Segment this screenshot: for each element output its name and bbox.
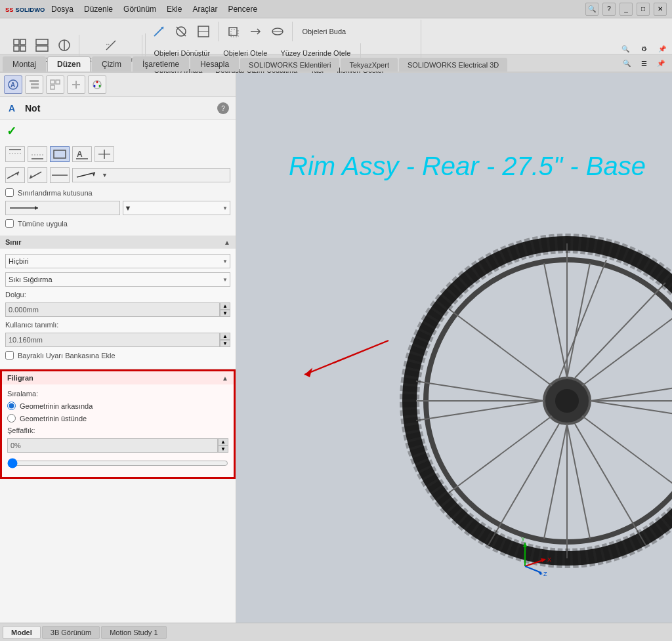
style-icon-5[interactable] xyxy=(94,146,114,162)
bayrakli-checkbox[interactable] xyxy=(5,351,14,360)
svg-text:SS: SS xyxy=(5,6,14,13)
titlebar-search[interactable]: 🔍 xyxy=(585,3,598,16)
kullanici-input-wrapper: ▲ ▼ xyxy=(5,333,230,347)
kullanici-spin-up[interactable]: ▲ xyxy=(220,333,230,340)
toolbar-btn-objeleri-buda[interactable]: Objeleri Buda xyxy=(297,26,352,37)
svg-rect-26 xyxy=(51,85,54,89)
tab-pin-icon[interactable]: 📌 xyxy=(654,56,668,70)
bottom-tab-3b[interactable]: 3B Görünüm xyxy=(42,626,100,639)
svg-rect-24 xyxy=(51,80,54,84)
radio-ustunde[interactable] xyxy=(7,414,16,423)
panel-icon-config[interactable] xyxy=(46,75,64,94)
seffaflik-slider[interactable] xyxy=(7,458,228,468)
tab-hesapla[interactable]: Hesapla xyxy=(190,56,239,72)
toolbar-btn-transform[interactable] xyxy=(222,21,243,42)
sinir-header[interactable]: Sınır ▲ xyxy=(0,236,236,249)
menu-duzenle[interactable]: Düzenle xyxy=(84,5,113,14)
panel-icon-properties[interactable]: A xyxy=(4,75,22,94)
toolbar-btn-surface[interactable] xyxy=(267,21,288,42)
border-checkbox-label[interactable]: Sınırlandırma kutusuna xyxy=(18,189,93,197)
tab-config-icon[interactable]: ☰ xyxy=(637,56,651,70)
radio2-row: Geometrinin üstünde xyxy=(7,414,228,423)
seffaflik-spin-down[interactable]: ▼ xyxy=(218,445,228,453)
sinir-dropdown2-row: Sıkı Sığdırma Gevşek Sığdırma xyxy=(5,272,230,287)
svg-line-71 xyxy=(582,416,672,493)
leader-type-select[interactable]: ▼ xyxy=(123,201,231,215)
toolbar-right-icons: 🔍 ⚙ 📌 xyxy=(618,41,669,56)
leader-style-preview[interactable]: ▼ xyxy=(72,168,230,182)
bottom-tab-motion[interactable]: Motion Study 1 xyxy=(101,626,166,639)
bayrakli-checkbox-row: Bayraklı Uyarı Bankasına Ekle xyxy=(5,351,230,360)
toolbar-btn-3[interactable] xyxy=(193,21,214,42)
tab-tekyazxpert[interactable]: TekyazXpert xyxy=(341,58,398,72)
dolgu-spin-up[interactable]: ▲ xyxy=(220,302,230,310)
filigran-content: Sıralama: Geometrinin arkasında Geometri… xyxy=(2,384,234,477)
bayrakli-checkbox-label[interactable]: Bayraklı Uyarı Bankasına Ekle xyxy=(18,352,116,360)
kullanici-input[interactable] xyxy=(5,333,220,347)
tab-isaretleme[interactable]: İşaretleme xyxy=(133,56,189,72)
panel-help-btn[interactable]: ? xyxy=(217,102,229,114)
border-checkbox[interactable] xyxy=(5,188,14,197)
titlebar-maximize[interactable]: □ xyxy=(637,3,650,16)
panel-icon-tree[interactable] xyxy=(25,75,43,94)
svg-text:SOLIDWORKS: SOLIDWORKS xyxy=(15,6,45,13)
confirm-checkmark[interactable]: ✓ xyxy=(7,125,16,138)
style-icon-2[interactable] xyxy=(28,146,47,162)
toolbar-btn-2[interactable] xyxy=(171,21,192,42)
svg-line-52 xyxy=(304,341,388,375)
toolbar-btn-offset[interactable] xyxy=(245,21,266,42)
leader-icon-3[interactable] xyxy=(50,167,70,183)
toolbar: Yerleşim Oluştur ↔ Akıllı ölçümlendirme … xyxy=(0,18,672,54)
toolbar-pin-icon[interactable]: 📌 xyxy=(655,41,669,56)
panel-icon-plus[interactable] xyxy=(67,75,85,94)
menu-pencere[interactable]: Pencere xyxy=(228,5,257,14)
titlebar-close[interactable]: ✕ xyxy=(654,3,667,16)
style-icon-3[interactable] xyxy=(50,146,70,162)
canvas-area[interactable]: Rim Assy - Rear - 27.5" - Base xyxy=(236,73,672,629)
toolbar-settings-icon[interactable]: ⚙ xyxy=(637,41,651,56)
apply-all-checkbox[interactable] xyxy=(5,219,14,228)
seffaflik-spin-up[interactable]: ▲ xyxy=(218,438,228,445)
sinir-fit-select[interactable]: Sıkı Sığdırma Gevşek Sığdırma xyxy=(5,272,230,287)
svg-line-60 xyxy=(567,263,590,378)
leader-icon-1[interactable] xyxy=(5,167,25,183)
bottom-tab-model[interactable]: Model xyxy=(3,626,41,639)
seffaflik-input[interactable] xyxy=(7,438,218,453)
leader-icon-2[interactable] xyxy=(28,167,47,183)
tab-search-icon[interactable]: 🔍 xyxy=(620,56,634,70)
tab-montaj[interactable]: Montaj xyxy=(3,56,46,72)
titlebar-help[interactable]: ? xyxy=(602,3,616,16)
radio-arkasinda[interactable] xyxy=(7,402,16,410)
tab-electrical[interactable]: SOLIDWORKS Electrical 3D xyxy=(399,58,507,72)
dolgu-spin-down[interactable]: ▼ xyxy=(220,310,230,317)
toolbar-btn-grid2[interactable] xyxy=(32,35,52,56)
apply-all-checkbox-label[interactable]: Tümüne uygula xyxy=(18,220,68,228)
radio-arkasinda-label[interactable]: Geometrinin arkasında xyxy=(20,402,93,410)
titlebar-minimize[interactable]: _ xyxy=(620,3,633,16)
toolbar-search-icon[interactable]: 🔍 xyxy=(618,41,633,56)
sinir-dropdown1-row: Hiçbiri Dikdörtgen Daire xyxy=(5,254,230,268)
filigran-header[interactable]: Filigran ▲ xyxy=(2,371,234,384)
style-icon-4[interactable]: A xyxy=(72,146,92,162)
panel-header: A Not ? xyxy=(0,97,236,120)
style-icon-1[interactable] xyxy=(5,146,25,162)
svg-rect-23 xyxy=(31,87,39,89)
menu-araclar[interactable]: Araçlar xyxy=(192,5,217,14)
menu-dosya[interactable]: Dosya xyxy=(51,5,74,14)
sinir-type-select[interactable]: Hiçbiri Dikdörtgen Daire xyxy=(5,254,230,268)
kullanici-spin-down[interactable]: ▼ xyxy=(220,340,230,347)
radio-ustunde-label[interactable]: Geometrinin üstünde xyxy=(20,415,87,423)
tab-duzen[interactable]: Düzen xyxy=(47,56,91,72)
panel-icon-palette[interactable] xyxy=(88,75,106,94)
toolbar-btn-grid3[interactable] xyxy=(54,35,75,56)
menu-gorunum[interactable]: Görünüm xyxy=(123,5,156,14)
menu-ekle[interactable]: Ekle xyxy=(167,5,182,14)
tab-bar: Montaj Düzen Çizim İşaretleme Hesapla SO… xyxy=(0,54,672,73)
leader-full-preview[interactable] xyxy=(5,201,120,215)
toolbar-btn-dimension[interactable]: ↔ xyxy=(100,35,121,56)
tab-cizim[interactable]: Çizim xyxy=(92,56,131,72)
toolbar-btn-layout[interactable] xyxy=(9,35,30,56)
dolgu-input[interactable] xyxy=(5,302,220,317)
tab-eklentiler[interactable]: SOLIDWORKS Eklentileri xyxy=(240,58,339,72)
toolbar-btn-1[interactable] xyxy=(148,21,169,42)
